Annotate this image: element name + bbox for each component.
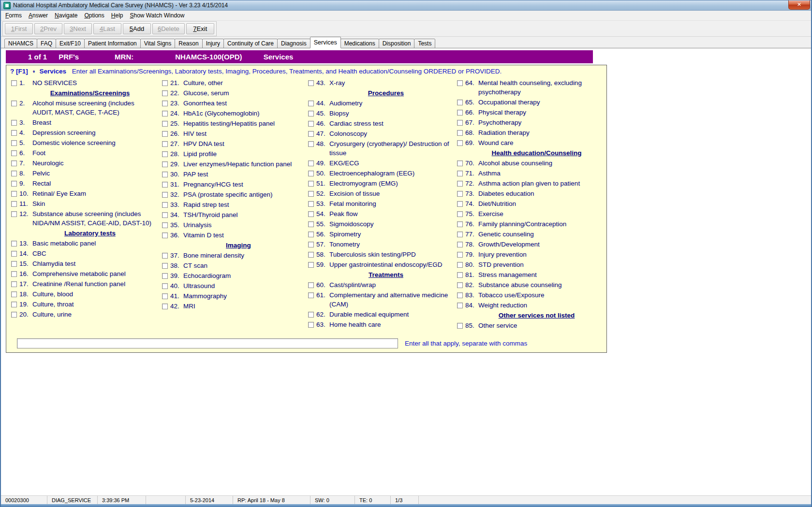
checkbox-item-40[interactable] bbox=[162, 283, 168, 289]
checkbox-item-60[interactable] bbox=[308, 282, 314, 288]
checkbox-item-3[interactable] bbox=[11, 120, 17, 126]
tab-disposition[interactable]: Disposition bbox=[379, 39, 415, 48]
checkbox-item-55[interactable] bbox=[308, 221, 314, 227]
checkbox-item-7[interactable] bbox=[11, 160, 17, 166]
checkbox-item-18[interactable] bbox=[11, 291, 17, 297]
checkbox-item-23[interactable] bbox=[162, 101, 168, 106]
checkbox-item-74[interactable] bbox=[457, 201, 463, 207]
checkbox-item-43[interactable] bbox=[308, 80, 314, 86]
tab-patient-information[interactable]: Patient Information bbox=[84, 39, 141, 48]
checkbox-item-52[interactable] bbox=[308, 191, 314, 197]
tab-nhamcs[interactable]: NHAMCS bbox=[4, 39, 37, 48]
checkbox-item-54[interactable] bbox=[308, 211, 314, 217]
checkbox-item-21[interactable] bbox=[162, 80, 168, 86]
checkbox-item-68[interactable] bbox=[457, 130, 463, 136]
checkbox-item-4[interactable] bbox=[11, 130, 17, 136]
checkbox-item-27[interactable] bbox=[162, 141, 168, 147]
checkbox-item-28[interactable] bbox=[162, 151, 168, 157]
checkbox-item-44[interactable] bbox=[308, 101, 314, 106]
checkbox-item-34[interactable] bbox=[162, 212, 168, 218]
checkbox-item-32[interactable] bbox=[162, 192, 168, 198]
checkbox-item-2[interactable] bbox=[11, 101, 17, 106]
checkbox-item-82[interactable] bbox=[457, 282, 463, 288]
checkbox-item-15[interactable] bbox=[11, 261, 17, 267]
checkbox-item-45[interactable] bbox=[308, 111, 314, 116]
menu-item-answer[interactable]: Answer bbox=[25, 11, 51, 20]
tab-services[interactable]: Services bbox=[310, 37, 341, 48]
menu-item-options[interactable]: Options bbox=[81, 11, 107, 20]
checkbox-item-58[interactable] bbox=[308, 252, 314, 258]
checkbox-item-51[interactable] bbox=[308, 181, 314, 187]
checkbox-item-14[interactable] bbox=[11, 251, 17, 257]
checkbox-item-64[interactable] bbox=[457, 80, 463, 86]
checkbox-item-29[interactable] bbox=[162, 161, 168, 167]
checkbox-item-84[interactable] bbox=[457, 303, 463, 308]
checkbox-item-38[interactable] bbox=[162, 263, 168, 269]
menu-item-show-watch-window[interactable]: Show Watch Window bbox=[126, 11, 188, 20]
tab-exit-f10[interactable]: Exit/F10 bbox=[56, 39, 85, 48]
checkbox-item-83[interactable] bbox=[457, 292, 463, 298]
checkbox-item-76[interactable] bbox=[457, 221, 463, 227]
checkbox-item-16[interactable] bbox=[11, 271, 17, 277]
toolbar-button-7-exit[interactable]: 7 Exit bbox=[186, 23, 214, 34]
help-key-label[interactable]: ? [F1] bbox=[10, 68, 28, 75]
checkbox-item-47[interactable] bbox=[308, 131, 314, 137]
tab-continuity-of-care[interactable]: Continuity of Care bbox=[223, 39, 278, 48]
tab-tests[interactable]: Tests bbox=[414, 39, 435, 48]
app-icon[interactable] bbox=[3, 2, 11, 9]
checkbox-item-62[interactable] bbox=[308, 312, 314, 318]
checkbox-item-25[interactable] bbox=[162, 121, 168, 127]
checkbox-item-39[interactable] bbox=[162, 273, 168, 279]
checkbox-item-12[interactable] bbox=[11, 211, 17, 217]
tab-diagnosis[interactable]: Diagnosis bbox=[277, 39, 310, 48]
menu-item-help[interactable]: Help bbox=[108, 11, 127, 20]
checkbox-item-73[interactable] bbox=[457, 191, 463, 197]
checkbox-item-63[interactable] bbox=[308, 322, 314, 328]
checkbox-item-9[interactable] bbox=[11, 181, 17, 187]
tab-vital-signs[interactable]: Vital Signs bbox=[140, 39, 175, 48]
checkbox-item-72[interactable] bbox=[457, 181, 463, 187]
checkbox-item-1[interactable] bbox=[11, 80, 17, 86]
checkbox-item-19[interactable] bbox=[11, 302, 17, 307]
checkbox-item-33[interactable] bbox=[162, 202, 168, 208]
checkbox-item-35[interactable] bbox=[162, 222, 168, 228]
menu-item-forms[interactable]: Forms bbox=[2, 11, 25, 20]
checkbox-item-77[interactable] bbox=[457, 232, 463, 237]
checkbox-item-6[interactable] bbox=[11, 150, 17, 156]
toolbar-button-5-add[interactable]: 5 Add bbox=[123, 23, 151, 34]
checkbox-item-53[interactable] bbox=[308, 201, 314, 207]
checkbox-item-36[interactable] bbox=[162, 232, 168, 238]
checkbox-item-10[interactable] bbox=[11, 191, 17, 197]
checkbox-item-42[interactable] bbox=[162, 304, 168, 309]
close-button[interactable]: ✕ bbox=[788, 0, 810, 10]
checkbox-item-13[interactable] bbox=[11, 241, 17, 246]
checkbox-item-26[interactable] bbox=[162, 131, 168, 137]
checkbox-item-17[interactable] bbox=[11, 281, 17, 287]
checkbox-item-66[interactable] bbox=[457, 110, 463, 116]
checkbox-item-65[interactable] bbox=[457, 100, 463, 105]
checkbox-item-48[interactable] bbox=[308, 141, 314, 147]
checkbox-item-79[interactable] bbox=[457, 252, 463, 258]
checkbox-item-37[interactable] bbox=[162, 253, 168, 259]
checkbox-item-24[interactable] bbox=[162, 111, 168, 116]
services-entry-input[interactable] bbox=[17, 338, 398, 348]
checkbox-item-31[interactable] bbox=[162, 182, 168, 188]
checkbox-item-81[interactable] bbox=[457, 272, 463, 278]
checkbox-item-49[interactable] bbox=[308, 160, 314, 166]
checkbox-item-85[interactable] bbox=[457, 323, 463, 329]
checkbox-item-22[interactable] bbox=[162, 90, 168, 96]
checkbox-item-20[interactable] bbox=[11, 312, 17, 318]
checkbox-item-78[interactable] bbox=[457, 242, 463, 247]
checkbox-item-5[interactable] bbox=[11, 140, 17, 146]
checkbox-item-56[interactable] bbox=[308, 232, 314, 237]
checkbox-item-75[interactable] bbox=[457, 211, 463, 217]
tab-medications[interactable]: Medications bbox=[340, 39, 379, 48]
tab-faq[interactable]: FAQ bbox=[37, 39, 56, 48]
menu-item-navigate[interactable]: Navigate bbox=[51, 11, 81, 20]
checkbox-item-67[interactable] bbox=[457, 120, 463, 126]
checkbox-item-59[interactable] bbox=[308, 262, 314, 268]
checkbox-item-69[interactable] bbox=[457, 140, 463, 146]
checkbox-item-41[interactable] bbox=[162, 293, 168, 299]
checkbox-item-70[interactable] bbox=[457, 160, 463, 166]
checkbox-item-71[interactable] bbox=[457, 171, 463, 176]
